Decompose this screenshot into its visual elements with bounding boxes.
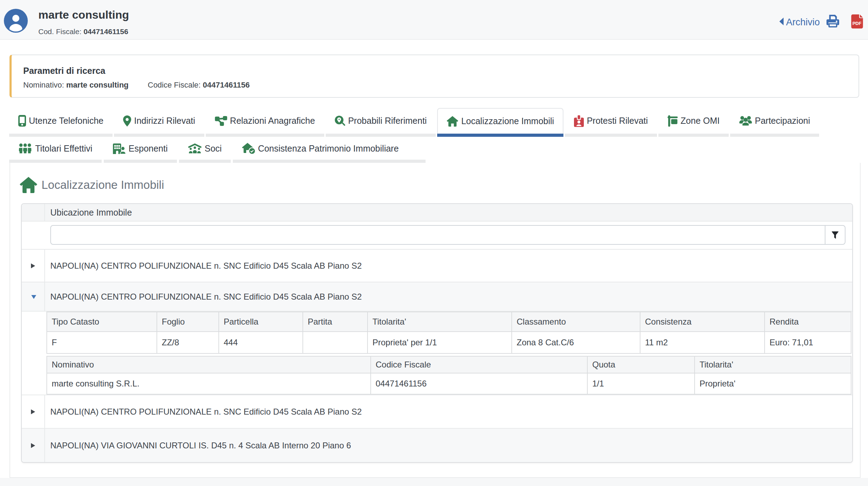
svg-text:PDF: PDF [853, 21, 862, 26]
